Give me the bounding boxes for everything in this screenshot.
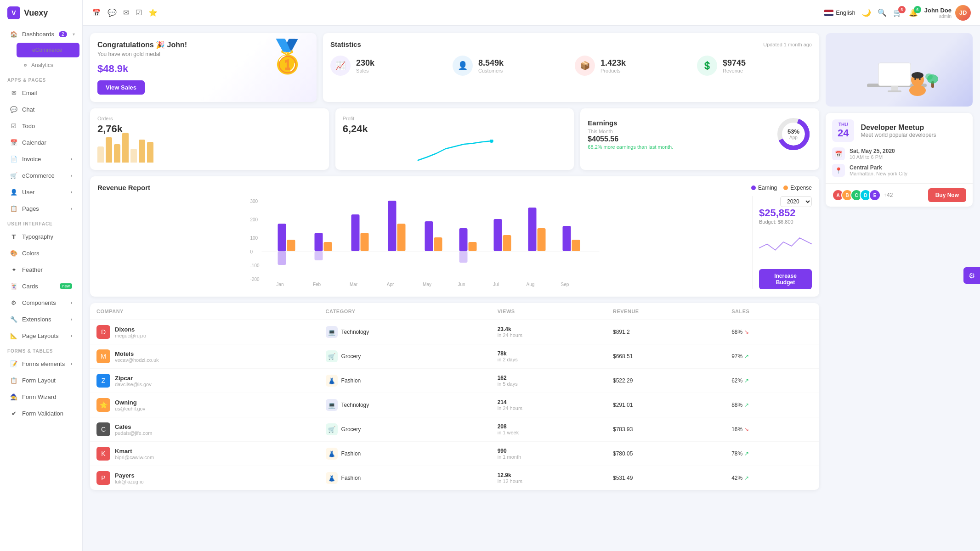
- header-star-icon[interactable]: ⭐: [148, 8, 158, 17]
- sidebar-item-invoice[interactable]: 📄 Invoice ›: [3, 151, 79, 167]
- bell-btn[interactable]: 🔔 6: [909, 8, 918, 17]
- year-select[interactable]: 2020: [780, 196, 812, 207]
- earnings-month-label: This Month: [588, 129, 673, 134]
- colors-icon: 🎨: [10, 249, 17, 257]
- stats-updated: Updated 1 month ago: [763, 42, 812, 47]
- sidebar-item-feather[interactable]: ✦ Feather: [3, 262, 79, 277]
- cat-label-3: Technology: [341, 402, 369, 408]
- location-icon: 📍: [832, 164, 845, 177]
- budget-label: Budget: $6,800: [759, 219, 812, 225]
- meetup-title: Developer Meetup: [861, 124, 936, 132]
- sales-value-0: 68%: [731, 329, 742, 335]
- sidebar-item-analytics[interactable]: Analytics: [17, 58, 79, 73]
- company-info-2: Zipcar davcilse@is.gov: [115, 375, 152, 387]
- sidebar-item-typography[interactable]: T Typography: [3, 229, 79, 244]
- cart-badge: 5: [898, 6, 906, 13]
- view-sales-button[interactable]: View Sales: [97, 80, 145, 95]
- cell-revenue-0: $891.2: [606, 320, 725, 344]
- sidebar-item-form-wizard[interactable]: 🧙 Form Wizard: [3, 389, 79, 405]
- stat-revenue: 💲 $9745 Revenue: [697, 56, 812, 76]
- earnings-pct: 68.2% more earnings than last month.: [588, 144, 673, 150]
- header-calendar-icon[interactable]: 📅: [92, 8, 101, 17]
- sidebar-item-cards[interactable]: 🃏 Cards new: [3, 278, 79, 294]
- sidebar-item-email[interactable]: ✉ Email: [3, 85, 79, 101]
- views-main-6: 12.9k: [498, 472, 600, 478]
- cell-category-1: 🛒 Grocery: [319, 344, 491, 369]
- svg-text:Sep: Sep: [561, 282, 569, 287]
- form-validation-icon: ✔: [10, 410, 17, 417]
- cat-icon-3: 💻: [326, 399, 338, 411]
- cat-icon-5: 👗: [326, 448, 338, 460]
- components-arrow: ›: [71, 300, 72, 305]
- sidebar-item-chat[interactable]: 💬 Chat: [3, 101, 79, 117]
- cell-company-1: M Motels vecav@hodzi.co.uk: [90, 344, 319, 369]
- donut-container: 53% App: [775, 116, 812, 152]
- profit-card: Profit 6,24k: [335, 108, 574, 170]
- cell-category-5: 👗 Fashion: [319, 442, 491, 466]
- sidebar-item-colors[interactable]: 🎨 Colors: [3, 245, 79, 261]
- legend-expense: Expense: [783, 185, 812, 191]
- sidebar-item-form-layout[interactable]: 📋 Form Layout: [3, 372, 79, 388]
- sidebar-item-extensions[interactable]: 🔧 Extensions ›: [3, 311, 79, 327]
- sales-trend-5: ↗: [744, 450, 749, 457]
- views-main-5: 990: [498, 448, 600, 454]
- stat-revenue-info: $9745 Revenue: [723, 58, 746, 73]
- stat-products-icon: 📦: [575, 56, 595, 76]
- sales-trend-0: ↘: [744, 329, 749, 335]
- illustration-svg: [853, 38, 945, 102]
- sidebar-item-forms-elements[interactable]: 📝 Forms elements ›: [3, 356, 79, 371]
- order-bar-2: [114, 144, 120, 163]
- sidebar-item-ecommerce[interactable]: eCommerce: [17, 43, 79, 57]
- sidebar-item-dashboards[interactable]: 🏠 Dashboards 2 ▾: [3, 26, 79, 42]
- sidebar-item-page-layouts[interactable]: 📐 Page Layouts ›: [3, 328, 79, 343]
- header-todo-icon[interactable]: ☑: [136, 8, 142, 17]
- sidebar-item-calendar[interactable]: 📅 Calendar: [3, 135, 79, 150]
- app-name: Vuexy: [24, 8, 48, 18]
- cell-views-6: 12.9k in 12 hours: [491, 466, 606, 490]
- cell-views-5: 990 in 1 month: [491, 442, 606, 466]
- stats-title: Statistics: [330, 40, 361, 48]
- company-cell-6: P Payers luk@kizug.io: [96, 471, 313, 485]
- svg-text:200: 200: [250, 217, 258, 222]
- cat-cell-6: 👗 Fashion: [326, 472, 485, 484]
- sales-trend-2: ↗: [744, 377, 749, 384]
- sidebar-item-todo[interactable]: ☑ Todo: [3, 118, 79, 134]
- cell-company-4: C Cafés pudais@jife.com: [90, 417, 319, 442]
- search-icon[interactable]: 🔍: [878, 8, 887, 17]
- sidebar-item-user[interactable]: 👤 User ›: [3, 184, 79, 200]
- cart-btn[interactable]: 🛒 5: [893, 8, 902, 17]
- day-label: THU: [838, 122, 849, 127]
- earnings-info: Earnings This Month $4055.56 68.2% more …: [588, 119, 673, 150]
- svg-text:100: 100: [250, 236, 258, 241]
- settings-fab[interactable]: ⚙: [963, 267, 980, 284]
- views-main-2: 162: [498, 375, 600, 381]
- company-name-6: Payers: [115, 472, 144, 479]
- stat-customers-info: 8.549k Customers: [478, 58, 504, 73]
- dashboards-chevron: ▾: [73, 32, 75, 37]
- svg-text:Jun: Jun: [458, 282, 465, 287]
- sidebar-item-components[interactable]: ⚙ Components ›: [3, 295, 79, 310]
- sidebar-item-pages[interactable]: 📋 Pages ›: [3, 201, 79, 216]
- logo-area[interactable]: V Vuexy: [0, 0, 82, 26]
- buy-now-button[interactable]: Buy Now: [928, 188, 966, 202]
- cell-revenue-5: $780.05: [606, 442, 725, 466]
- increase-budget-btn[interactable]: Increase Budget: [759, 269, 812, 289]
- year-row: 2020: [759, 196, 812, 207]
- language-selector[interactable]: English: [824, 9, 855, 16]
- content: Congratulations 🎉 John! You have won gol…: [83, 26, 980, 551]
- svg-rect-14: [315, 233, 323, 251]
- sidebar-item-form-validation[interactable]: ✔ Form Validation: [3, 405, 79, 421]
- orders-card: Orders 2,76k: [90, 108, 329, 170]
- header-email-icon[interactable]: ✉: [123, 8, 129, 17]
- header-chat-icon[interactable]: 💬: [108, 8, 117, 17]
- views-main-4: 208: [498, 423, 600, 430]
- header-right: English 🌙 🔍 🛒 5 🔔 6 John Doe admin JD: [824, 5, 971, 21]
- donut-label: 53% App: [787, 128, 799, 140]
- sidebar-item-ecommerce2[interactable]: 🛒 eCommerce ›: [3, 168, 79, 183]
- user-profile[interactable]: John Doe admin JD: [924, 5, 971, 21]
- sales-value-5: 78%: [731, 450, 742, 457]
- cat-label-2: Fashion: [341, 377, 361, 384]
- moon-icon[interactable]: 🌙: [862, 8, 871, 17]
- cat-icon-2: 👗: [326, 375, 338, 387]
- feather-icon: ✦: [10, 266, 17, 273]
